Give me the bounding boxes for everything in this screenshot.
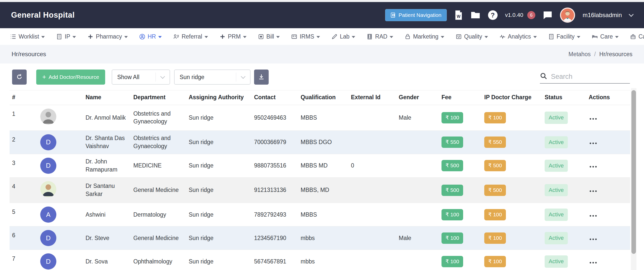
nav-item-label: Lab: [340, 33, 349, 40]
cell-actions: [586, 105, 630, 131]
chevron-down-icon: [390, 36, 393, 38]
search-input[interactable]: [551, 73, 640, 81]
cell-ip-doctor-charge: ₹ 100: [482, 226, 542, 250]
cell-index: 6: [10, 226, 38, 250]
nav-item-ip[interactable]: IP: [56, 33, 76, 40]
row-actions-button[interactable]: [589, 237, 598, 242]
cell-assigning-authority: Sun ridge: [186, 130, 252, 154]
folder-icon[interactable]: [470, 11, 480, 19]
column-header-qualification: Qualification: [298, 90, 348, 105]
select-chevron-icon: [236, 73, 250, 82]
cell-qualification: MBBS MD: [298, 154, 348, 177]
column-header-gender: Gender: [396, 90, 439, 105]
nav-item-camps[interactable]: Camps: [630, 33, 644, 40]
row-actions-button[interactable]: [589, 164, 598, 170]
ip-doctor-charge-badge: ₹ 500: [484, 160, 506, 171]
breadcrumb-current: Hr/resources: [599, 51, 632, 58]
row-actions-button[interactable]: [589, 213, 598, 219]
nav-item-irms[interactable]: IRMS: [291, 33, 320, 40]
row-actions-button[interactable]: [589, 260, 598, 265]
user-menu-chevron-icon[interactable]: [629, 12, 634, 17]
nav-item-prm[interactable]: PRM: [219, 33, 247, 40]
refresh-icon: [16, 74, 23, 81]
cell-department: General Medicine: [131, 226, 186, 250]
scrollbar-thumb[interactable]: [631, 90, 636, 254]
nav-item-label: PRM: [228, 33, 241, 40]
nav-item-worklist[interactable]: Worklist: [10, 33, 45, 40]
nav-item-hr[interactable]: HR: [139, 33, 162, 40]
notification-count-badge[interactable]: 6: [527, 11, 535, 19]
word-document-icon[interactable]: W: [454, 10, 463, 20]
cell-department: Obstetrics and Gynaecology: [131, 130, 186, 154]
nav-item-label: Analytics: [508, 33, 531, 40]
ip-doctor-charge-badge: ₹ 100: [484, 209, 506, 220]
cell-status: Active: [542, 105, 586, 131]
status-badge: Active: [545, 209, 568, 221]
cell-name: Dr Santanu Sarkar: [83, 177, 131, 203]
nav-item-bill[interactable]: Bill: [258, 33, 280, 40]
cell-qualification: MBBS DGO: [298, 130, 348, 154]
cell-gender: [396, 177, 439, 203]
app-title: General Hospital: [11, 11, 75, 20]
column-header-external-id: External Id: [348, 90, 396, 105]
add-doctor-resource-button[interactable]: + Add Doctor/Resource: [36, 70, 105, 85]
nav-item-analytics[interactable]: Analytics: [499, 33, 537, 40]
patient-navigation-button[interactable]: Patient Navigation: [385, 9, 447, 21]
search-icon[interactable]: [540, 72, 547, 81]
cell-gender: Male: [396, 226, 439, 250]
row-actions-button[interactable]: [589, 188, 598, 194]
patient-navigation-icon: [390, 12, 396, 18]
breadcrumb: Metahos / Hr/resources: [569, 51, 632, 58]
chat-icon[interactable]: [543, 11, 552, 20]
nav-item-rad[interactable]: RAD: [367, 33, 393, 40]
nav-item-lab[interactable]: Lab: [331, 33, 355, 40]
cell-contact: 1234567190: [252, 226, 298, 250]
person-circle-icon: [139, 33, 145, 40]
user-avatar[interactable]: [560, 8, 575, 23]
column-header-name: Name: [83, 90, 131, 105]
refresh-button[interactable]: [12, 70, 27, 85]
cell-assigning-authority: Sun ridge: [186, 203, 252, 226]
table-row: 6DDr. SteveGeneral MedicineSun ridge1234…: [10, 226, 630, 250]
chevron-down-icon: [41, 36, 45, 38]
resources-table-wrap: #NameDepartmentAssigning AuthorityContac…: [10, 90, 630, 270]
fee-badge: ₹ 550: [441, 137, 463, 148]
cell-actions: [586, 250, 630, 270]
avatar: [40, 181, 56, 197]
row-actions-button[interactable]: [589, 141, 598, 146]
breadcrumb-site[interactable]: Metahos: [569, 51, 591, 58]
show-all-select[interactable]: Show All: [112, 70, 170, 85]
breadcrumb-separator: /: [594, 51, 596, 58]
row-actions-button[interactable]: [589, 116, 598, 122]
nav-item-quality[interactable]: Quality: [456, 33, 488, 40]
vertical-scrollbar[interactable]: [631, 88, 636, 270]
table-row: 3DDr. John RamapuramMEDICINESun ridge988…: [10, 154, 630, 177]
cell-fee: ₹ 100: [439, 226, 482, 250]
avatar: A: [40, 207, 56, 223]
cell-index: 1: [10, 105, 38, 131]
cell-ip-doctor-charge: ₹ 500: [482, 177, 542, 203]
nav-item-pharmacy[interactable]: Pharmacy: [87, 33, 128, 40]
nav-item-referral[interactable]: Referral: [173, 33, 208, 40]
nav-item-marketing[interactable]: Marketing: [405, 33, 444, 40]
card-icon: [291, 33, 297, 40]
nav-item-label: HR: [148, 33, 156, 40]
svg-text:W: W: [457, 14, 460, 19]
building-icon: [548, 33, 554, 40]
nav-item-facility[interactable]: Facility: [548, 33, 581, 40]
download-button[interactable]: [254, 70, 269, 85]
help-icon[interactable]: ?: [488, 10, 498, 20]
nav-item-care[interactable]: Care: [592, 33, 619, 40]
cell-status: Active: [542, 177, 586, 203]
cell-qualification: MBBS: [298, 105, 348, 131]
chevron-down-icon: [615, 36, 619, 38]
ip-doctor-charge-badge: ₹ 100: [484, 112, 506, 123]
status-badge: Active: [545, 255, 568, 267]
list-icon: [10, 33, 16, 40]
branch-select[interactable]: Sun ridge: [174, 70, 251, 85]
column-header-assigning-authority: Assigning Authority: [186, 90, 252, 105]
cell-actions: [586, 203, 630, 226]
cell-contact: 9121313136: [252, 177, 298, 203]
cell-name: Dr. Sova: [83, 250, 131, 270]
lock-icon: [405, 33, 411, 40]
